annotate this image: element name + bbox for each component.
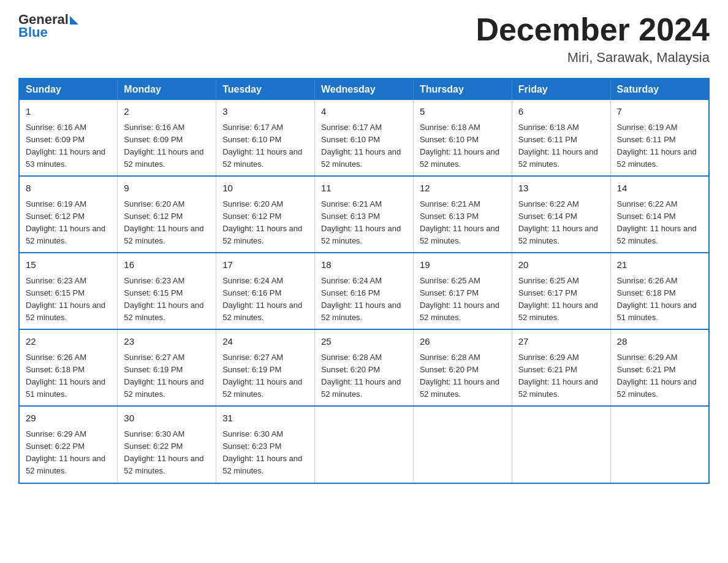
day-number: 7 [617,105,702,119]
calendar-cell: 21Sunrise: 6:26 AMSunset: 6:18 PMDayligh… [610,253,709,329]
calendar-cell: 23Sunrise: 6:27 AMSunset: 6:19 PMDayligh… [118,329,216,406]
day-number: 19 [420,258,506,272]
calendar-cell: 19Sunrise: 6:25 AMSunset: 6:17 PMDayligh… [413,253,512,329]
calendar-cell: 6Sunrise: 6:18 AMSunset: 6:11 PMDaylight… [512,100,610,176]
day-info: Sunrise: 6:16 AMSunset: 6:09 PMDaylight:… [124,121,210,171]
calendar-cell [315,406,414,483]
calendar-cell: 31Sunrise: 6:30 AMSunset: 6:23 PMDayligh… [216,406,315,483]
logo-blue-text: Blue [18,25,78,40]
day-info: Sunrise: 6:24 AMSunset: 6:16 PMDaylight:… [321,275,407,324]
calendar-cell: 22Sunrise: 6:26 AMSunset: 6:18 PMDayligh… [19,329,118,406]
day-info: Sunrise: 6:22 AMSunset: 6:14 PMDaylight:… [617,198,702,248]
day-number: 20 [518,258,604,272]
logo: General Blue [18,12,78,40]
calendar-cell [413,406,512,483]
day-number: 22 [26,335,111,349]
day-number: 25 [321,335,407,349]
day-info: Sunrise: 6:20 AMSunset: 6:12 PMDaylight:… [222,198,308,248]
calendar-week-row: 22Sunrise: 6:26 AMSunset: 6:18 PMDayligh… [19,329,709,406]
day-info: Sunrise: 6:26 AMSunset: 6:18 PMDaylight:… [617,275,702,324]
day-info: Sunrise: 6:23 AMSunset: 6:15 PMDaylight:… [124,275,210,324]
calendar-header-friday: Friday [512,79,610,100]
day-number: 5 [420,105,506,119]
day-info: Sunrise: 6:23 AMSunset: 6:15 PMDaylight:… [26,275,111,324]
day-number: 13 [518,182,604,196]
day-info: Sunrise: 6:16 AMSunset: 6:09 PMDaylight:… [26,121,111,171]
calendar-cell: 20Sunrise: 6:25 AMSunset: 6:17 PMDayligh… [512,253,610,329]
calendar-cell [512,406,610,483]
calendar-header-row: SundayMondayTuesdayWednesdayThursdayFrid… [19,79,709,100]
calendar-cell: 1Sunrise: 6:16 AMSunset: 6:09 PMDaylight… [19,100,118,176]
day-number: 11 [321,182,407,196]
calendar-cell: 11Sunrise: 6:21 AMSunset: 6:13 PMDayligh… [315,176,414,253]
day-number: 6 [518,105,604,119]
day-number: 24 [222,335,308,349]
day-number: 27 [518,335,604,349]
day-info: Sunrise: 6:19 AMSunset: 6:12 PMDaylight:… [26,198,111,248]
calendar-week-row: 29Sunrise: 6:29 AMSunset: 6:22 PMDayligh… [19,406,709,483]
day-number: 23 [124,335,210,349]
day-number: 31 [222,412,308,426]
day-info: Sunrise: 6:29 AMSunset: 6:22 PMDaylight:… [26,428,111,478]
logo-triangle-icon [70,16,78,25]
day-info: Sunrise: 6:21 AMSunset: 6:13 PMDaylight:… [321,198,407,248]
calendar-cell: 10Sunrise: 6:20 AMSunset: 6:12 PMDayligh… [216,176,315,253]
day-info: Sunrise: 6:22 AMSunset: 6:14 PMDaylight:… [518,198,604,248]
day-info: Sunrise: 6:28 AMSunset: 6:20 PMDaylight:… [321,351,407,401]
day-info: Sunrise: 6:18 AMSunset: 6:11 PMDaylight:… [518,121,604,171]
calendar-cell: 28Sunrise: 6:29 AMSunset: 6:21 PMDayligh… [610,329,709,406]
calendar-cell: 5Sunrise: 6:18 AMSunset: 6:10 PMDaylight… [413,100,512,176]
day-number: 30 [124,412,210,426]
day-info: Sunrise: 6:21 AMSunset: 6:13 PMDaylight:… [420,198,506,248]
calendar-week-row: 1Sunrise: 6:16 AMSunset: 6:09 PMDaylight… [19,100,709,176]
day-number: 8 [26,182,111,196]
calendar-week-row: 8Sunrise: 6:19 AMSunset: 6:12 PMDaylight… [19,176,709,253]
day-number: 29 [26,412,111,426]
calendar-cell: 26Sunrise: 6:28 AMSunset: 6:20 PMDayligh… [413,329,512,406]
title-block: December 2024 Miri, Sarawak, Malaysia [476,12,710,66]
day-info: Sunrise: 6:20 AMSunset: 6:12 PMDaylight:… [124,198,210,248]
day-info: Sunrise: 6:18 AMSunset: 6:10 PMDaylight:… [420,121,506,171]
calendar-cell: 24Sunrise: 6:27 AMSunset: 6:19 PMDayligh… [216,329,315,406]
day-number: 18 [321,258,407,272]
calendar-cell: 3Sunrise: 6:17 AMSunset: 6:10 PMDaylight… [216,100,315,176]
calendar-cell: 7Sunrise: 6:19 AMSunset: 6:11 PMDaylight… [610,100,709,176]
calendar-cell: 2Sunrise: 6:16 AMSunset: 6:09 PMDaylight… [118,100,216,176]
day-info: Sunrise: 6:26 AMSunset: 6:18 PMDaylight:… [26,351,111,401]
calendar-cell: 29Sunrise: 6:29 AMSunset: 6:22 PMDayligh… [19,406,118,483]
day-number: 1 [26,105,111,119]
calendar-week-row: 15Sunrise: 6:23 AMSunset: 6:15 PMDayligh… [19,253,709,329]
day-info: Sunrise: 6:24 AMSunset: 6:16 PMDaylight:… [222,275,308,324]
day-number: 17 [222,258,308,272]
calendar-table: SundayMondayTuesdayWednesdayThursdayFrid… [18,78,710,483]
day-number: 15 [26,258,111,272]
day-number: 16 [124,258,210,272]
calendar-cell: 17Sunrise: 6:24 AMSunset: 6:16 PMDayligh… [216,253,315,329]
calendar-cell: 16Sunrise: 6:23 AMSunset: 6:15 PMDayligh… [118,253,216,329]
day-number: 14 [617,182,702,196]
calendar-header-tuesday: Tuesday [216,79,315,100]
location-subtitle: Miri, Sarawak, Malaysia [476,50,710,66]
day-info: Sunrise: 6:25 AMSunset: 6:17 PMDaylight:… [420,275,506,324]
day-info: Sunrise: 6:27 AMSunset: 6:19 PMDaylight:… [222,351,308,401]
calendar-cell: 13Sunrise: 6:22 AMSunset: 6:14 PMDayligh… [512,176,610,253]
calendar-cell: 12Sunrise: 6:21 AMSunset: 6:13 PMDayligh… [413,176,512,253]
calendar-cell: 14Sunrise: 6:22 AMSunset: 6:14 PMDayligh… [610,176,709,253]
day-number: 10 [222,182,308,196]
day-info: Sunrise: 6:29 AMSunset: 6:21 PMDaylight:… [518,351,604,401]
day-number: 2 [124,105,210,119]
calendar-cell: 25Sunrise: 6:28 AMSunset: 6:20 PMDayligh… [315,329,414,406]
calendar-header-sunday: Sunday [19,79,118,100]
day-number: 4 [321,105,407,119]
calendar-cell: 4Sunrise: 6:17 AMSunset: 6:10 PMDaylight… [315,100,414,176]
day-number: 26 [420,335,506,349]
calendar-cell: 30Sunrise: 6:30 AMSunset: 6:22 PMDayligh… [118,406,216,483]
calendar-cell: 15Sunrise: 6:23 AMSunset: 6:15 PMDayligh… [19,253,118,329]
day-number: 21 [617,258,702,272]
calendar-header-saturday: Saturday [610,79,709,100]
calendar-cell: 27Sunrise: 6:29 AMSunset: 6:21 PMDayligh… [512,329,610,406]
calendar-header-monday: Monday [118,79,216,100]
calendar-cell: 8Sunrise: 6:19 AMSunset: 6:12 PMDaylight… [19,176,118,253]
day-info: Sunrise: 6:29 AMSunset: 6:21 PMDaylight:… [617,351,702,401]
day-info: Sunrise: 6:28 AMSunset: 6:20 PMDaylight:… [420,351,506,401]
